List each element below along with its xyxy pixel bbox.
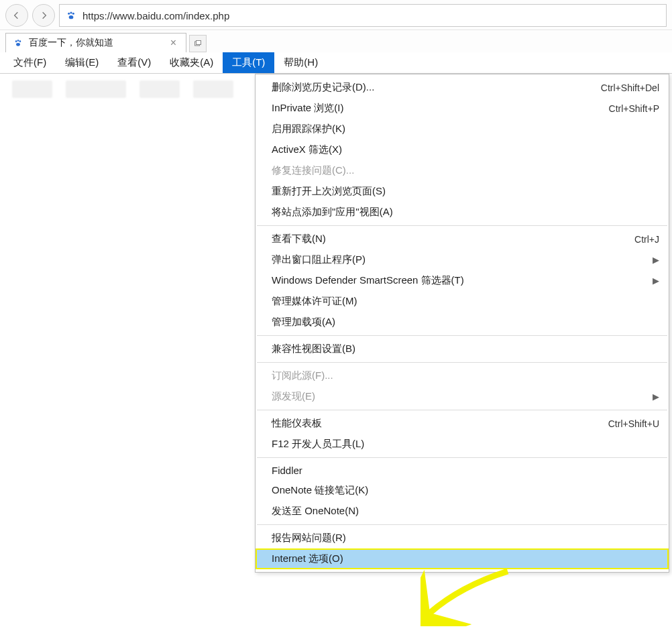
svg-point-6: [19, 40, 21, 42]
menu-item-label: F12 开发人员工具(L): [272, 438, 364, 451]
menu-item-shortcut: Ctrl+Shift+U: [608, 418, 659, 429]
menu-item-label: Internet 选项(O): [272, 552, 343, 565]
menu-bar: 文件(F) 编辑(E) 查看(V) 收藏夹(A) 工具(T) 帮助(H): [0, 52, 672, 74]
tab-strip: 百度一下，你就知道 ×: [0, 30, 672, 52]
tools-menu-item[interactable]: 删除浏览历史记录(D)...Ctrl+Shift+Del: [256, 77, 669, 98]
arrow-left-icon: [11, 10, 22, 21]
tools-menu-item: 修复连接问题(C)...: [256, 160, 669, 181]
svg-point-1: [70, 11, 72, 13]
tools-menu-item[interactable]: 弹出窗口阻止程序(P)▶: [256, 249, 669, 270]
menu-favorites[interactable]: 收藏夹(A): [160, 52, 223, 73]
menu-item-label: 修复连接问题(C)...: [272, 164, 354, 177]
menu-item-shortcut: Ctrl+Shift+P: [609, 103, 659, 114]
menu-item-shortcut: Ctrl+Shift+Del: [601, 82, 659, 93]
menu-item-label: ActiveX 筛选(X): [272, 143, 342, 156]
menu-item-label: 管理媒体许可证(M): [272, 295, 357, 308]
menu-item-label: 发送至 OneNote(N): [272, 505, 359, 518]
menu-separator: [257, 335, 667, 336]
baidu-paw-icon: [13, 38, 23, 48]
menu-separator: [257, 524, 667, 525]
chevron-right-icon: ▶: [653, 255, 659, 265]
tools-menu-item[interactable]: Internet 选项(O): [256, 548, 669, 569]
menu-item-label: 启用跟踪保护(K): [272, 123, 345, 135]
menu-separator: [257, 362, 667, 363]
tools-menu-item[interactable]: 兼容性视图设置(B): [256, 339, 669, 359]
svg-point-3: [69, 15, 74, 19]
menu-item-label: 兼容性视图设置(B): [272, 343, 355, 355]
tools-menu-item[interactable]: Windows Defender SmartScreen 筛选器(T)▶: [256, 270, 669, 291]
tab-baidu[interactable]: 百度一下，你就知道 ×: [5, 33, 186, 52]
content-area: 删除浏览历史记录(D)...Ctrl+Shift+DelInPrivate 浏览…: [0, 74, 672, 105]
menu-item-label: 报告网站问题(R): [272, 532, 346, 544]
blurred-block: [139, 80, 180, 98]
menu-view[interactable]: 查看(V): [108, 52, 160, 73]
menu-separator: [257, 225, 667, 226]
svg-point-0: [68, 13, 70, 15]
menu-item-label: 弹出窗口阻止程序(P): [272, 253, 366, 266]
tools-dropdown: 删除浏览历史记录(D)...Ctrl+Shift+DelInPrivate 浏览…: [255, 74, 669, 573]
tools-menu-item[interactable]: InPrivate 浏览(I)Ctrl+Shift+P: [256, 98, 669, 119]
menu-item-label: 将站点添加到"应用"视图(A): [272, 206, 393, 219]
forward-button[interactable]: [32, 4, 55, 27]
new-tab-icon: [194, 40, 202, 48]
menu-tools[interactable]: 工具(T): [223, 52, 274, 73]
menu-item-label: 删除浏览历史记录(D)...: [272, 81, 374, 94]
menu-item-label: 订阅此源(F)...: [272, 369, 333, 382]
tools-menu-item: 订阅此源(F)...: [256, 365, 669, 386]
blurred-block: [193, 80, 233, 98]
svg-point-2: [72, 13, 74, 15]
svg-point-5: [17, 40, 19, 42]
tools-menu-item[interactable]: F12 开发人员工具(L): [256, 434, 669, 455]
tools-menu-item[interactable]: ActiveX 筛选(X): [256, 139, 669, 160]
menu-separator: [257, 410, 667, 410]
menu-item-label: 重新打开上次浏览页面(S): [272, 185, 386, 198]
menu-separator: [257, 457, 667, 458]
back-button[interactable]: [5, 4, 28, 27]
blurred-block: [66, 80, 126, 98]
menu-item-label: 查看下载(N): [272, 233, 326, 245]
baidu-paw-icon: [65, 9, 77, 21]
menu-item-label: OneNote 链接笔记(K): [272, 484, 368, 497]
close-icon[interactable]: ×: [168, 37, 179, 49]
address-bar[interactable]: https://www.baidu.com/index.php: [59, 4, 667, 27]
tools-menu-item[interactable]: 管理媒体许可证(M): [256, 291, 669, 312]
menu-item-label: Fiddler: [272, 465, 302, 476]
url-text: https://www.baidu.com/index.php: [82, 10, 229, 21]
navigation-bar: https://www.baidu.com/index.php: [0, 0, 672, 30]
tools-menu-item[interactable]: 将站点添加到"应用"视图(A): [256, 202, 669, 223]
menu-item-label: Windows Defender SmartScreen 筛选器(T): [272, 274, 464, 287]
menu-item-label: InPrivate 浏览(I): [272, 102, 344, 115]
chevron-right-icon: ▶: [653, 276, 659, 286]
chevron-right-icon: ▶: [653, 392, 659, 402]
tools-menu-item[interactable]: 查看下载(N)Ctrl+J: [256, 229, 669, 249]
annotation-arrow-icon: [421, 566, 521, 626]
menu-item-shortcut: Ctrl+J: [634, 234, 659, 245]
svg-point-7: [16, 43, 20, 46]
menu-item-label: 源发现(E): [272, 390, 315, 403]
menu-edit[interactable]: 编辑(E): [56, 52, 108, 73]
tools-menu-item: 源发现(E)▶: [256, 386, 669, 407]
blurred-block: [12, 80, 52, 98]
menu-file[interactable]: 文件(F): [4, 52, 56, 73]
tools-menu-item[interactable]: 报告网站问题(R): [256, 528, 669, 548]
tools-menu-item[interactable]: Fiddler: [256, 461, 669, 480]
tools-menu-item[interactable]: 重新打开上次浏览页面(S): [256, 181, 669, 202]
menu-item-label: 管理加载项(A): [272, 316, 335, 329]
tab-title: 百度一下，你就知道: [29, 37, 113, 49]
menu-item-label: 性能仪表板: [272, 417, 322, 430]
svg-point-4: [15, 40, 17, 42]
tools-menu-item[interactable]: 性能仪表板Ctrl+Shift+U: [256, 413, 669, 434]
svg-rect-9: [197, 41, 201, 45]
tools-menu-item[interactable]: 启用跟踪保护(K): [256, 119, 669, 139]
arrow-right-icon: [38, 10, 49, 21]
tools-menu-item[interactable]: 发送至 OneNote(N): [256, 501, 669, 522]
tools-menu-item[interactable]: 管理加载项(A): [256, 312, 669, 333]
menu-help[interactable]: 帮助(H): [274, 52, 327, 73]
new-tab-button[interactable]: [189, 35, 207, 52]
tools-menu-item[interactable]: OneNote 链接笔记(K): [256, 480, 669, 501]
